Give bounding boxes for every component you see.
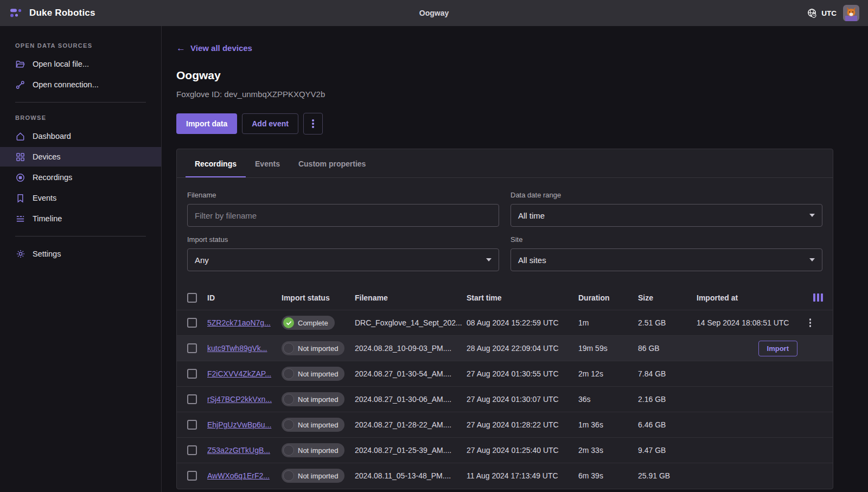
recording-id-link[interactable]: EhjPgUzVwBp6u... (207, 420, 271, 429)
recording-id-link[interactable]: Z53a2zGtTkUgB... (207, 446, 270, 455)
site-select[interactable]: All sites (510, 248, 822, 271)
row-menu-button[interactable] (800, 318, 828, 327)
sidebar-item-label: Settings (33, 250, 61, 258)
recording-imported-at: 14 Sep 2024 18:08:51 UTC (697, 318, 800, 327)
recording-id-link[interactable]: AwWXo6q1ErF2... (207, 471, 270, 480)
sidebar-item-label: Timeline (33, 214, 62, 223)
recording-duration: 1m 36s (578, 420, 638, 429)
folder-open-icon (15, 59, 25, 69)
tab-events[interactable]: Events (246, 149, 289, 177)
recording-duration: 19m 59s (578, 344, 638, 353)
tab-recordings[interactable]: Recordings (186, 149, 246, 177)
recording-start-time: 27 Aug 2024 01:28:22 UTC (467, 420, 578, 429)
recording-size: 2.51 GB (638, 318, 697, 327)
sidebar-item-open-connection[interactable]: Open connection... (0, 75, 161, 94)
col-header-imported-at: Imported at (697, 293, 800, 302)
recording-size: 9.47 GB (638, 446, 697, 455)
recording-start-time: 11 Aug 2024 17:13:49 UTC (467, 471, 578, 480)
connection-icon (15, 80, 25, 90)
date-range-select[interactable]: All time (510, 204, 822, 227)
user-avatar[interactable] (843, 5, 859, 21)
record-icon (15, 172, 25, 183)
kebab-icon (809, 318, 812, 321)
table-row: rSj47BCP2kkVxn...Not imported2024.08.27_… (177, 386, 833, 412)
recording-filename: DRC_Foxglove_14_Sept_202... (355, 318, 467, 327)
sidebar-item-timeline[interactable]: Timeline (0, 209, 161, 228)
tab-custom-properties[interactable]: Custom properties (289, 149, 375, 177)
home-icon (15, 131, 25, 142)
timeline-icon (15, 214, 25, 224)
import-status-badge: Not imported (282, 443, 344, 457)
sidebar-item-label: Events (33, 194, 56, 202)
status-not-imported-icon (283, 343, 294, 354)
sidebar-item-open-local-file[interactable]: Open local file... (0, 54, 161, 74)
table-row: Z53a2zGtTkUgB...Not imported2024.08.27_0… (177, 437, 833, 463)
sidebar-divider (15, 102, 146, 103)
status-not-imported-icon (283, 445, 294, 456)
select-all-checkbox[interactable] (187, 293, 197, 303)
row-checkbox[interactable] (187, 394, 197, 404)
status-label: Not imported (298, 344, 338, 353)
col-header-size: Size (638, 293, 697, 302)
table-row: EhjPgUzVwBp6u...Not imported2024.08.27_0… (177, 412, 833, 437)
date-range-filter-label: Data date range (510, 191, 822, 199)
import-status-select[interactable]: Any (187, 248, 499, 271)
import-status-badge: Complete (282, 316, 335, 330)
status-label: Not imported (298, 421, 338, 429)
more-actions-button[interactable] (303, 113, 323, 135)
import-status-badge: Not imported (282, 469, 344, 483)
kebab-icon (312, 119, 314, 122)
status-not-imported-icon (283, 368, 294, 379)
globe-clock-icon (807, 8, 817, 18)
add-event-button[interactable]: Add event (242, 113, 298, 134)
row-checkbox[interactable] (187, 318, 197, 328)
avatar-image (843, 5, 859, 21)
tab-bar: Recordings Events Custom properties (177, 149, 833, 178)
recording-duration: 6m 39s (578, 471, 638, 480)
top-bar: Duke Robotics Oogway UTC (0, 0, 868, 26)
recording-size: 2.16 GB (638, 395, 697, 404)
row-checkbox[interactable] (187, 420, 197, 430)
kebab-icon (809, 322, 812, 324)
recording-id-link[interactable]: F2iCXVV4ZkZAP... (207, 369, 271, 378)
sidebar-item-recordings[interactable]: Recordings (0, 168, 161, 187)
timezone-selector[interactable]: UTC (807, 8, 837, 18)
recording-duration: 2m 33s (578, 446, 638, 455)
page-title: Oogway (176, 69, 833, 82)
table-row: 5ZR2ck71aoN7g...CompleteDRC_Foxglove_14_… (177, 310, 833, 335)
open-data-sources-heading: OPEN DATA SOURCES (0, 38, 161, 54)
sidebar-item-dashboard[interactable]: Dashboard (0, 126, 161, 146)
status-label: Not imported (298, 472, 338, 480)
row-checkbox[interactable] (187, 471, 197, 481)
sidebar-item-devices[interactable]: Devices (0, 147, 161, 167)
status-not-imported-icon (283, 470, 294, 481)
recording-start-time: 27 Aug 2024 01:30:55 UTC (467, 369, 578, 378)
sidebar-item-label: Devices (33, 152, 61, 161)
filename-filter-input[interactable] (187, 204, 499, 227)
col-header-duration: Duration (578, 293, 638, 302)
row-checkbox[interactable] (187, 369, 197, 379)
sidebar-item-settings[interactable]: Settings (0, 244, 161, 264)
status-label: Not imported (298, 370, 338, 378)
back-link-label: View all devices (190, 43, 252, 53)
recording-id-link[interactable]: 5ZR2ck71aoN7g... (207, 318, 271, 327)
view-all-devices-link[interactable]: ← View all devices (176, 43, 252, 53)
recording-filename: 2024.08.28_10-09-03_PM.... (355, 344, 467, 353)
date-range-value: All time (518, 211, 545, 220)
main-content: ← View all devices Oogway Foxglove ID: d… (162, 26, 868, 492)
import-data-button[interactable]: Import data (176, 113, 237, 134)
brand: Duke Robotics (9, 7, 95, 19)
back-arrow-icon: ← (176, 43, 186, 53)
row-checkbox[interactable] (187, 343, 197, 353)
recording-id-link[interactable]: rSj47BCP2kkVxn... (207, 395, 272, 404)
sidebar-item-label: Recordings (33, 173, 72, 182)
sidebar: OPEN DATA SOURCES Open local file...Open… (0, 26, 162, 492)
filename-filter-label: Filename (187, 191, 499, 199)
column-settings-button[interactable] (800, 293, 833, 302)
recording-filename: 2024.08.11_05-13-48_PM.... (355, 471, 467, 480)
import-button[interactable]: Import (758, 341, 797, 356)
row-checkbox[interactable] (187, 445, 197, 455)
recording-filename: 2024.08.27_01-28-22_AM.... (355, 420, 467, 429)
sidebar-item-events[interactable]: Events (0, 188, 161, 208)
recording-id-link[interactable]: kutc9Twh89gVk... (207, 344, 267, 353)
